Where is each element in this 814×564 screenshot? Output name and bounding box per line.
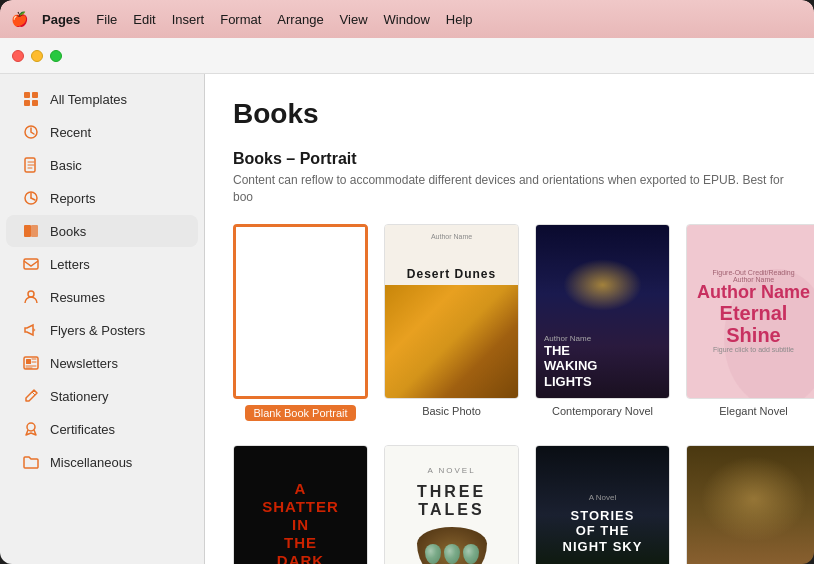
sidebar-label: Newsletters <box>50 356 118 371</box>
person-icon <box>22 288 40 306</box>
template-item-desert-dunes[interactable]: Author Name Desert Dunes Basic Photo <box>384 224 519 421</box>
template-label-elegant: Elegant Novel <box>719 405 788 417</box>
menu-edit[interactable]: Edit <box>133 12 155 27</box>
sidebar-label: Resumes <box>50 290 105 305</box>
page-title: Books <box>233 98 786 130</box>
template-item-modern[interactable]: A Novel STORIESOF THENIGHT SKY AUTHOR NA… <box>535 445 670 564</box>
sidebar-item-miscellaneous[interactable]: Miscellaneous <box>6 446 198 478</box>
desert-dunes-preview: Author Name Desert Dunes <box>385 225 518 398</box>
svg-rect-7 <box>24 225 31 237</box>
ribbon-icon <box>22 420 40 438</box>
menu-window[interactable]: Window <box>384 12 430 27</box>
menu-arrange[interactable]: Arrange <box>277 12 323 27</box>
section-desc: Content can reflow to accommodate differ… <box>233 172 786 206</box>
chart-icon <box>22 189 40 207</box>
sidebar-label: Miscellaneous <box>50 455 132 470</box>
sidebar-item-certificates[interactable]: Certificates <box>6 413 198 445</box>
en-author: Figure-Out Credit/ReadingAuthor Name <box>712 269 794 283</box>
cn-lights <box>563 259 643 311</box>
blank-template-preview <box>236 227 365 396</box>
svg-point-13 <box>27 423 35 431</box>
contemporary-preview: Author Name THEWAKINGLIGHTS <box>536 225 669 398</box>
egg1 <box>425 544 441 564</box>
svg-rect-9 <box>24 259 38 269</box>
modern-preview: A Novel STORIESOF THENIGHT SKY AUTHOR NA… <box>536 446 669 564</box>
menu-format[interactable]: Format <box>220 12 261 27</box>
menu-view[interactable]: View <box>340 12 368 27</box>
menu-pages[interactable]: Pages <box>42 12 80 27</box>
sidebar-item-books[interactable]: Books <box>6 215 198 247</box>
template-thumb-desert-dunes[interactable]: Author Name Desert Dunes <box>384 224 519 399</box>
sidebar-item-recent[interactable]: Recent <box>6 116 198 148</box>
svg-rect-1 <box>32 92 38 98</box>
close-button[interactable] <box>12 50 24 62</box>
sidebar-label: Letters <box>50 257 90 272</box>
menu-file[interactable]: File <box>96 12 117 27</box>
grid-icon <box>22 90 40 108</box>
folder-icon <box>22 453 40 471</box>
menu-insert[interactable]: Insert <box>172 12 205 27</box>
template-item-elegant[interactable]: Figure-Out Credit/ReadingAuthor Name Aut… <box>686 224 814 421</box>
sidebar-label: Stationery <box>50 389 109 404</box>
book-icon <box>22 222 40 240</box>
envelope-icon <box>22 255 40 273</box>
sn-nest <box>417 527 487 564</box>
pencil-icon <box>22 387 40 405</box>
svg-rect-8 <box>31 225 38 237</box>
sidebar-item-resumes[interactable]: Resumes <box>6 281 198 313</box>
template-item-traditional[interactable]: The Seasonsof Paris Author Name Traditio… <box>686 445 814 564</box>
traffic-lights <box>12 50 62 62</box>
sidebar-item-basic[interactable]: Basic <box>6 149 198 181</box>
template-thumb-elegant[interactable]: Figure-Out Credit/ReadingAuthor Name Aut… <box>686 224 814 399</box>
sidebar-label: All Templates <box>50 92 127 107</box>
sidebar-item-reports[interactable]: Reports <box>6 182 198 214</box>
template-label-blank: Blank Book Portrait <box>245 405 355 421</box>
template-item-contemporary[interactable]: Author Name THEWAKINGLIGHTS Contemporary… <box>535 224 670 421</box>
template-thumb-simple[interactable]: A NOVEL THREE TALES AUTHOR NAME <box>384 445 519 564</box>
sidebar-item-all-templates[interactable]: All Templates <box>6 83 198 115</box>
cn-author: Author Name <box>544 334 661 343</box>
traditional-preview: The Seasonsof Paris Author Name <box>687 446 814 564</box>
template-thumb-edgy[interactable]: ASHATTERINTHEDARK AUTHOR NAME <box>233 445 368 564</box>
sn-title: THREE TALES <box>395 483 508 519</box>
sidebar-item-stationery[interactable]: Stationery <box>6 380 198 412</box>
en-title: Author Name <box>697 283 810 303</box>
cn-title: THEWAKINGLIGHTS <box>544 343 661 390</box>
svg-point-10 <box>28 291 34 297</box>
template-label-desert-dunes: Basic Photo <box>422 405 481 417</box>
sidebar-item-letters[interactable]: Letters <box>6 248 198 280</box>
sidebar-label: Recent <box>50 125 91 140</box>
minimize-button[interactable] <box>31 50 43 62</box>
sidebar: All Templates Recent Basic <box>0 74 205 564</box>
svg-rect-12 <box>26 359 31 364</box>
main-layout: All Templates Recent Basic <box>0 74 814 564</box>
sidebar-label: Reports <box>50 191 96 206</box>
template-grid-row1: Blank Book Portrait Author Name Desert D… <box>233 224 786 421</box>
sidebar-label: Flyers & Posters <box>50 323 145 338</box>
maximize-button[interactable] <box>50 50 62 62</box>
egg2 <box>444 544 460 564</box>
template-thumb-contemporary[interactable]: Author Name THEWAKINGLIGHTS <box>535 224 670 399</box>
simple-preview: A NOVEL THREE TALES AUTHOR NAME <box>385 446 518 564</box>
template-item-simple[interactable]: A NOVEL THREE TALES AUTHOR NAME Simple N… <box>384 445 519 564</box>
sidebar-item-newsletters[interactable]: Newsletters <box>6 347 198 379</box>
template-thumb-blank[interactable] <box>233 224 368 399</box>
template-item-edgy[interactable]: ASHATTERINTHEDARK AUTHOR NAME Edgy Novel <box>233 445 368 564</box>
desert-author-label: Author Name <box>385 225 518 264</box>
edgy-preview: ASHATTERINTHEDARK AUTHOR NAME <box>234 446 367 564</box>
elegant-preview: Figure-Out Credit/ReadingAuthor Name Aut… <box>687 225 814 398</box>
template-thumb-traditional[interactable]: The Seasonsof Paris Author Name <box>686 445 814 564</box>
template-grid-row2: ASHATTERINTHEDARK AUTHOR NAME Edgy Novel… <box>233 445 786 564</box>
clock-icon <box>22 123 40 141</box>
menu-help[interactable]: Help <box>446 12 473 27</box>
apple-menu[interactable]: 🍎 <box>12 12 26 26</box>
template-thumb-modern[interactable]: A Novel STORIESOF THENIGHT SKY AUTHOR NA… <box>535 445 670 564</box>
en-subtitle: Figure click to add subtitle <box>713 346 794 353</box>
sidebar-label: Books <box>50 224 86 239</box>
megaphone-icon <box>22 321 40 339</box>
svg-rect-0 <box>24 92 30 98</box>
template-item-blank[interactable]: Blank Book Portrait <box>233 224 368 421</box>
egg3 <box>463 544 479 564</box>
sidebar-item-flyers-posters[interactable]: Flyers & Posters <box>6 314 198 346</box>
svg-rect-2 <box>24 100 30 106</box>
